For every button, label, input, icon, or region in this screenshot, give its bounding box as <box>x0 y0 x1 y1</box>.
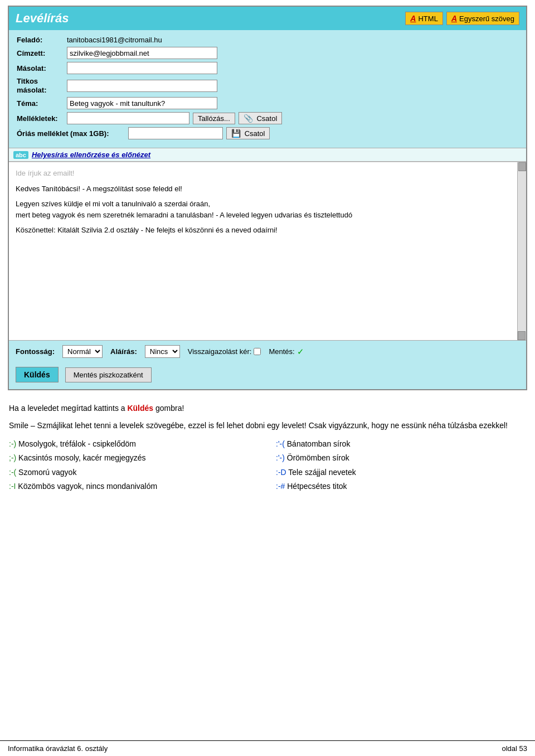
visszaigazolas-checkbox[interactable] <box>254 348 261 355</box>
footer-left: Informatika óravázlat 6. osztály <box>8 744 108 753</box>
scrollbar-thumb-bottom[interactable] <box>518 331 526 340</box>
feado-label: Feladó: <box>17 36 67 44</box>
body-line1: Kedves Tanítóbácsi! - A megszólítást sos… <box>16 183 510 195</box>
form-area: Feladó: tanitobacsi1981@citromail.hu Cím… <box>9 30 526 148</box>
smiley-text: Mosolygok, tréfálok - csipkelődöm <box>18 439 136 448</box>
smile-para: Smile – Szmájlikat lehet tenni a levelek… <box>9 420 526 432</box>
mentes-checkmark: ✓ <box>297 347 304 357</box>
masolat-label: Másolat: <box>17 64 67 72</box>
content-section: Ha a leveledet megírtad kattints a Küldé… <box>8 399 527 497</box>
titkos-label: Titkos másolat: <box>17 77 67 94</box>
action-row: Küldés Mentés piszkozatként <box>9 362 526 389</box>
feado-value: tanitobacsi1981@citromail.hu <box>67 36 162 44</box>
html-label: HTML <box>418 14 437 23</box>
masolat-input[interactable] <box>67 62 217 74</box>
fontossag-select[interactable]: Normál <box>62 345 103 358</box>
attach-folder-icon: 💾 <box>231 129 241 138</box>
smiley-text: Tele szájjal nevetek <box>288 468 356 477</box>
smiley-item: ;-) Kacsintós mosoly, kacér megjegyzés <box>9 451 259 465</box>
orias-attachment-row: 💾 Csatol <box>128 127 270 139</box>
spellcheck-label: Helyesírás ellenőrzése és előnézet <box>32 151 150 159</box>
smiley-text: Örömömben sírok <box>287 453 349 462</box>
masolat-row: Másolat: <box>17 62 518 74</box>
cimzett-row: Címzett: <box>17 47 518 59</box>
smiley-code: :'-) <box>276 453 287 462</box>
alaiars-label: Aláírás: <box>110 347 137 356</box>
body-placeholder: Ide írjuk az emailt! <box>16 168 510 179</box>
smiley-item: :-( Szomorú vagyok <box>9 466 259 479</box>
orias-attachment-input[interactable] <box>128 127 223 139</box>
smiley-item: :'-( Bánatomban sírok <box>276 437 526 451</box>
visszaigazolas-label[interactable]: Visszaigazolást kér: <box>188 347 261 356</box>
smiley-code: :-# <box>276 482 287 491</box>
orias-row: Óriás melléklet (max 1GB): 💾 Csatol <box>17 127 518 139</box>
draft-button[interactable]: Mentés piszkozatként <box>65 367 152 382</box>
email-body[interactable]: Ide írjuk az emailt! Kedves Tanítóbácsi!… <box>9 162 526 340</box>
mellekletek-row: Mellékletek: Tallózás... 📎 Csatol <box>17 112 518 124</box>
smiley-code: :-D <box>276 468 288 477</box>
orias-label: Óriás melléklet (max 1GB): <box>17 129 128 138</box>
attachment-row: Tallózás... 📎 Csatol <box>67 112 282 124</box>
spellcheck-badge: abc <box>13 151 28 159</box>
html-button[interactable]: A HTML <box>405 12 443 25</box>
page-footer: Informatika óravázlat 6. osztály oldal 5… <box>0 740 535 756</box>
smiley-code: :-) <box>9 439 18 448</box>
smiley-code: :-( <box>9 468 18 477</box>
smiley-code: :'-( <box>276 439 287 448</box>
smiley-item: :-I Közömbös vagyok, nincs mondanivalóm <box>9 479 259 493</box>
smiley-code: ;-) <box>9 453 18 462</box>
tema-input[interactable] <box>67 97 217 109</box>
smiley-code: :-I <box>9 482 18 491</box>
body-lines-2-3: Legyen szíves küldje el mi volt a tanuln… <box>16 198 510 220</box>
csatol-button-1[interactable]: 📎 Csatol <box>239 112 282 124</box>
send-button[interactable]: Küldés <box>16 367 59 382</box>
smiley-text: Közömbös vagyok, nincs mondanivalóm <box>18 482 157 491</box>
smiley-col1: :-) Mosolygok, tréfálok - csipkelődöm ;-… <box>9 437 259 493</box>
smileys-grid: :-) Mosolygok, tréfálok - csipkelődöm ;-… <box>9 437 526 493</box>
mellekletek-label: Mellékletek: <box>17 114 67 123</box>
scrollbar[interactable] <box>517 162 526 340</box>
mentes-label: Mentés: ✓ <box>269 347 304 357</box>
html-icon: A <box>410 14 416 23</box>
footer-right: oldal 53 <box>502 744 527 753</box>
cimzett-input[interactable] <box>67 47 217 59</box>
smiley-text: Bánatomban sírok <box>287 439 351 448</box>
simple-text-button[interactable]: A Egyszerű szöveg <box>446 12 519 25</box>
attachment-input[interactable] <box>67 112 189 124</box>
smiley-text: Szomorú vagyok <box>18 468 76 477</box>
header-buttons: A HTML A Egyszerű szöveg <box>405 12 519 25</box>
smiley-col2: :'-( Bánatomban sírok :'-) Örömömben sír… <box>276 437 526 493</box>
instruction-para: Ha a leveledet megírtad kattints a Küldé… <box>9 403 526 414</box>
email-composer: Levélírás A HTML A Egyszerű szöveg Felad… <box>8 6 527 390</box>
titkos-row: Titkos másolat: <box>17 77 518 94</box>
options-bar: Fontosság: Normál Aláírás: Nincs Visszai… <box>9 340 526 362</box>
body-line4: Köszönettel: Kitalált Szilvia 2.d osztál… <box>16 225 510 236</box>
fontossag-label: Fontosság: <box>16 347 55 356</box>
smiley-item: :'-) Örömömben sírok <box>276 451 526 465</box>
cimzett-label: Címzett: <box>17 49 67 57</box>
attach-icon-1: 📎 <box>244 114 253 123</box>
smiley-item: :-D Tele szájjal nevetek <box>276 466 526 479</box>
composer-header: Levélírás A HTML A Egyszerű szöveg <box>9 7 526 30</box>
composer-title: Levélírás <box>16 11 69 26</box>
scrollbar-thumb-top[interactable] <box>518 162 526 171</box>
smiley-text: Kacsintós mosoly, kacér megjegyzés <box>18 453 146 462</box>
smiley-item: :-) Mosolygok, tréfálok - csipkelődöm <box>9 437 259 451</box>
csatol-button-2[interactable]: 💾 Csatol <box>226 127 270 139</box>
alaiars-select[interactable]: Nincs <box>145 345 180 358</box>
simple-label: Egyszerű szöveg <box>459 14 514 23</box>
kuldes-highlight: Küldés <box>127 404 153 413</box>
smiley-text: Hétpecsétes titok <box>287 482 347 491</box>
simple-icon: A <box>451 14 457 23</box>
tema-row: Téma: <box>17 97 518 109</box>
spellcheck-bar[interactable]: abc Helyesírás ellenőrzése és előnézet <box>9 148 526 162</box>
tema-label: Téma: <box>17 99 67 108</box>
titkos-input[interactable] <box>67 80 217 92</box>
feado-row: Feladó: tanitobacsi1981@citromail.hu <box>17 36 518 44</box>
tallozas-button[interactable]: Tallózás... <box>193 113 235 124</box>
smiley-item: :-# Hétpecsétes titok <box>276 479 526 493</box>
